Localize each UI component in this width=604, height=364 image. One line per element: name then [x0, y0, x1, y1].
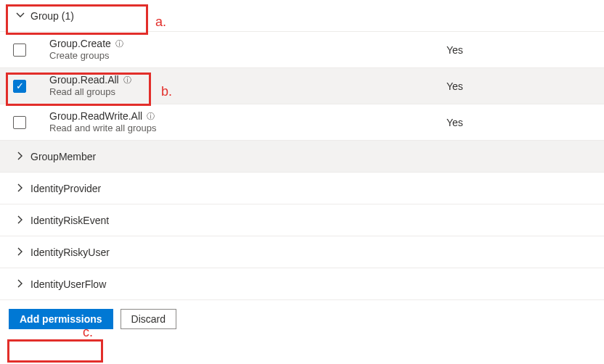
permission-text: Group.Create ⓘ Create groups — [49, 38, 123, 62]
section-header-identityprovider[interactable]: IdentityProvider — [0, 173, 604, 204]
section-header-label: IdentityRiskEvent — [30, 215, 109, 226]
section-header-label: IdentityRiskyUser — [30, 247, 110, 258]
info-icon[interactable]: ⓘ — [147, 112, 155, 122]
permission-name: Group.ReadWrite.All — [49, 110, 142, 123]
permission-name: Group.Create — [49, 38, 111, 51]
permission-row: Group.Create ⓘ Create groups Yes — [0, 32, 604, 68]
permission-desc: Create groups — [49, 50, 123, 62]
section-header-label: IdentityProvider — [30, 183, 101, 194]
section-header-identityriskyuser[interactable]: IdentityRiskyUser — [0, 236, 604, 268]
info-icon[interactable]: ⓘ — [123, 75, 131, 86]
permission-text: Group.Read.All ⓘ Read all groups — [49, 74, 131, 99]
section-header-identityriskevent[interactable]: IdentityRiskEvent — [0, 204, 604, 236]
chevron-right-icon — [15, 183, 26, 194]
chevron-right-icon — [15, 215, 26, 226]
button-bar: Add permissions Discard — [0, 300, 604, 329]
chevron-down-icon — [15, 10, 26, 22]
chevron-right-icon — [15, 278, 26, 290]
section-header-label: Group (1) — [30, 10, 74, 22]
discard-button[interactable]: Discard — [121, 309, 176, 329]
permission-checkbox[interactable]: ✓ — [13, 80, 26, 93]
permission-desc: Read all groups — [49, 86, 131, 98]
permission-checkbox[interactable] — [13, 116, 26, 129]
admin-consent-value: Yes — [446, 80, 463, 92]
admin-consent-value: Yes — [446, 117, 463, 128]
admin-consent-value: Yes — [446, 44, 463, 56]
permission-checkbox[interactable] — [13, 44, 26, 57]
permission-desc: Read and write all groups — [49, 123, 156, 134]
section-header-identityuserflow[interactable]: IdentityUserFlow — [0, 268, 604, 300]
callout-c-box — [7, 339, 103, 363]
add-permissions-button[interactable]: Add permissions — [9, 309, 113, 329]
section-header-groupmember[interactable]: GroupMember — [0, 141, 604, 173]
chevron-right-icon — [15, 151, 26, 162]
permission-name: Group.Read.All — [49, 74, 119, 87]
section-header-label: GroupMember — [30, 151, 96, 162]
chevron-right-icon — [15, 247, 26, 258]
permission-row: Group.ReadWrite.All ⓘ Read and write all… — [0, 104, 604, 141]
permission-row: ✓ Group.Read.All ⓘ Read all groups Yes — [0, 68, 604, 104]
section-header-group[interactable]: Group (1) — [0, 0, 604, 32]
permission-text: Group.ReadWrite.All ⓘ Read and write all… — [49, 110, 156, 135]
info-icon[interactable]: ⓘ — [115, 39, 123, 49]
section-header-label: IdentityUserFlow — [30, 278, 106, 290]
